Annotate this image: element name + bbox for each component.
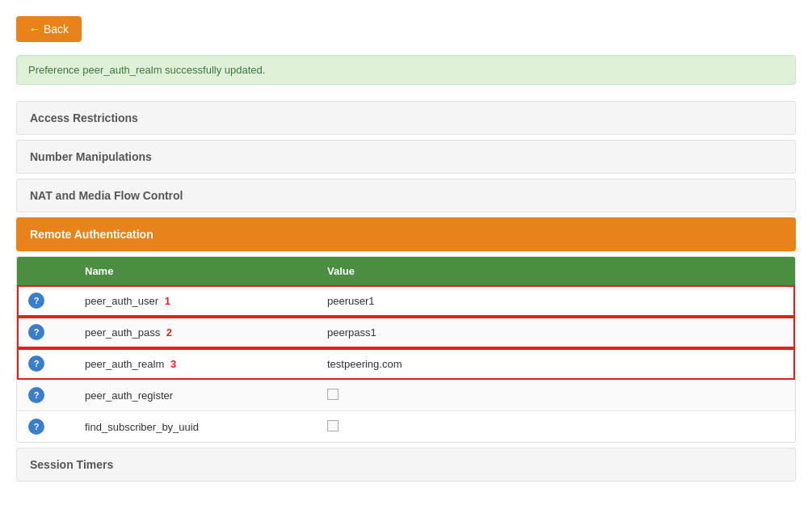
back-button[interactable]: ← Back [16,16,82,42]
row-name: peer_auth_user 1 [74,285,316,317]
remote-auth-table: NameValue?peer_auth_user 1peeruser1?peer… [16,256,796,443]
row-name: peer_auth_realm 3 [74,348,316,380]
table-row: ?find_subscriber_by_uuid [17,411,795,443]
row-name: peer_auth_pass 2 [74,317,316,348]
checkbox-value[interactable] [327,389,339,400]
section-remote-auth[interactable]: Remote Authentication [16,217,796,251]
table-row: ?peer_auth_user 1peeruser1 [17,285,795,317]
row-action [698,317,795,348]
col-header-name: Name [74,257,316,285]
row-number: 1 [162,295,170,307]
row-info-cell: ? [17,348,74,380]
row-info-cell: ? [17,317,74,348]
row-number: 2 [163,326,172,339]
row-action [698,285,795,317]
row-value: testpeering.com [316,348,698,380]
row-value: peeruser1 [316,285,698,317]
section-access-restrictions[interactable]: Access Restrictions [16,101,796,135]
row-info-cell: ? [17,285,74,317]
session-timers-section[interactable]: Session Timers [16,448,796,482]
section-nat-media-flow[interactable]: NAT and Media Flow Control [16,179,796,213]
col-header-icon [17,257,74,285]
table-row: ?peer_auth_realm 3testpeering.com [17,348,795,380]
table-row: ?peer_auth_pass 2peerpass1 [17,317,795,348]
row-action [698,411,795,443]
row-name: peer_auth_register [74,380,316,411]
table-row: ?peer_auth_register [17,380,795,411]
col-header-value: Value [316,257,698,285]
row-action [698,348,795,380]
info-icon[interactable]: ? [28,292,44,309]
info-icon[interactable]: ? [28,387,44,403]
row-action [698,380,795,411]
row-info-cell: ? [17,411,74,443]
row-name: find_subscriber_by_uuid [74,411,316,443]
info-icon[interactable]: ? [28,324,44,340]
checkbox-value[interactable] [327,420,339,431]
row-value [316,380,698,411]
row-value [316,411,698,443]
info-icon[interactable]: ? [28,419,44,435]
section-number-manipulations[interactable]: Number Manipulations [16,140,796,174]
info-icon[interactable]: ? [28,356,44,372]
success-banner: Preference peer_auth_realm successfully … [16,55,796,85]
row-info-cell: ? [17,380,74,411]
row-number: 3 [167,358,176,370]
row-value: peerpass1 [316,317,698,348]
col-header-action [698,257,795,285]
